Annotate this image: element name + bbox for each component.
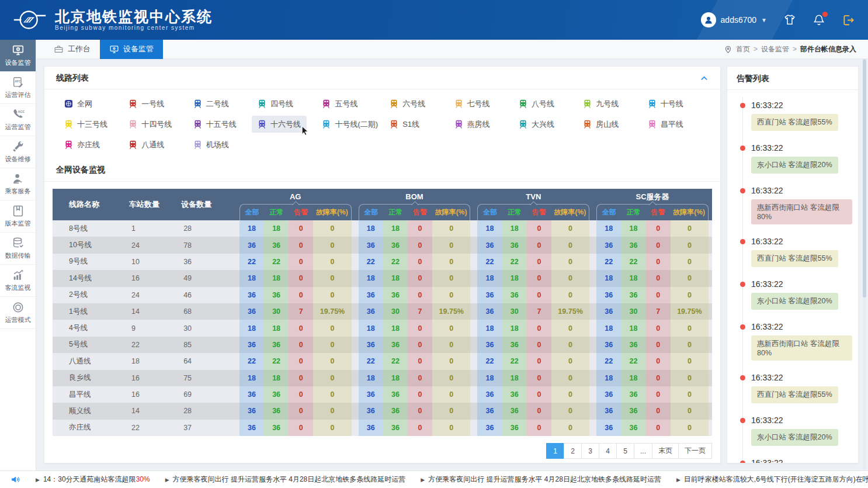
column-header-设备数量: 设备数量 [166, 189, 236, 220]
alarm-time: 16:33:22 [751, 373, 852, 382]
line-button-十六号线[interactable]: 十六号线 [252, 116, 307, 133]
sidebar-item-运营模式[interactable]: 运营模式 [0, 297, 36, 329]
line-label: 六号线 [402, 99, 425, 109]
cell-devices: 46 [166, 287, 236, 303]
alarm-time: 16:33:22 [751, 186, 852, 195]
train-icon [454, 99, 463, 108]
train-icon [648, 120, 657, 129]
alarm-dot-icon [740, 239, 745, 244]
scrollbar-thumb[interactable] [863, 59, 866, 297]
line-button-二号线[interactable]: 二号线 [188, 95, 238, 112]
content-area: 线路列表 全网一号线二号线四号线五号线六号线七号线八号线九号线十号线十三号线十四… [36, 59, 868, 470]
line-button-十号线[interactable]: 十号线 [642, 95, 692, 112]
line-button-一号线[interactable]: 一号线 [123, 95, 173, 112]
page-...[interactable]: ... [634, 443, 652, 459]
table-row-2号线: 2号线2446363600363600363600363600 [53, 287, 712, 303]
train-icon [322, 120, 331, 129]
table-row-亦庄线: 亦庄线2237363600363600363600363600 [53, 420, 712, 436]
sidebar-item-label: 运营监管 [5, 123, 31, 131]
sidebar-item-客流监视[interactable]: 客流监视 [0, 265, 36, 297]
table-row-10号线: 10号线2478363600363600363600363600 [53, 237, 712, 253]
monitor-icon [12, 44, 25, 57]
sidebar-item-乘客服务[interactable]: 乘客服务 [0, 168, 36, 200]
pagination: 12345...末页下一页 [53, 443, 712, 459]
cell-stations: 14 [114, 403, 166, 419]
theme-shirt-icon[interactable] [783, 13, 796, 26]
line-button-九号线[interactable]: 九号线 [577, 95, 627, 112]
sidebar-item-运营评估[interactable]: AFC运营评估 [0, 72, 36, 104]
line-label: 房山线 [596, 119, 619, 130]
sidebar-item-设备监管[interactable]: 设备监管 [0, 40, 36, 72]
page-5[interactable]: 5 [616, 443, 634, 459]
breadcrumb-device[interactable]: 设备监管 [761, 44, 789, 54]
train-icon [258, 120, 266, 129]
sidebar-item-运营监管[interactable]: ACC运营监管 [0, 104, 36, 136]
alarm-list: 16:33:22西直门站 客流超限55%16:33:22东小口站 客流超限20%… [727, 90, 858, 463]
group-header-TVN: TVN全部正常告警故障率(%) [474, 189, 593, 220]
notification-bell-icon[interactable] [813, 13, 825, 26]
app-title: 北京地铁监视中心系统 [55, 9, 213, 25]
page-2[interactable]: 2 [564, 443, 582, 459]
sidebar-item-label: 运营评估 [5, 91, 31, 99]
chevron-down-icon: ▼ [761, 17, 767, 23]
line-button-房山线[interactable]: 房山线 [577, 116, 627, 133]
cell-line-name: 良乡线 [53, 370, 114, 386]
tab-device-monitor[interactable]: 设备监管 [100, 40, 163, 59]
line-button-燕房线[interactable]: 燕房线 [449, 116, 499, 133]
alarm-dot-icon [740, 146, 745, 151]
device-table: 线路名称车站数量设备数量AG全部正常告警故障率(%)BOM全部正常告警故障率(%… [44, 182, 720, 436]
line-button-亦庄线[interactable]: 亦庄线 [58, 136, 109, 153]
wrench-icon [12, 140, 25, 153]
cell-devices: 85 [166, 337, 236, 353]
sidebar-item-数据传输[interactable]: 数据传输 [0, 233, 36, 265]
page-3[interactable]: 3 [581, 443, 599, 459]
line-label: 五号线 [335, 99, 357, 109]
line-button-十五号线[interactable]: 十五号线 [188, 116, 242, 133]
line-button-四号线[interactable]: 四号线 [252, 95, 302, 112]
page-4[interactable]: 4 [599, 443, 617, 459]
line-button-十号线(二期)[interactable]: 十号线(二期) [316, 116, 384, 133]
sidebar-item-设备维修[interactable]: 设备维修 [0, 136, 36, 168]
line-button-八号线[interactable]: 八号线 [513, 95, 563, 112]
line-label: 二号线 [206, 99, 229, 109]
next-page-button[interactable]: 下一页 [678, 443, 712, 459]
line-button-全网[interactable]: 全网 [58, 95, 109, 112]
breadcrumb-current: 部件台帐信息录入 [800, 44, 856, 54]
line-button-八通线[interactable]: 八通线 [123, 136, 173, 153]
train-icon [390, 120, 398, 129]
line-button-S1线[interactable]: S1线 [384, 116, 434, 133]
line-button-机场线[interactable]: 机场线 [188, 136, 238, 153]
alarm-message: 东小口站 客流超限20% [751, 157, 838, 174]
cell-stations: 16 [114, 386, 166, 403]
sidebar-item-版本监管[interactable]: 版本监管 [0, 200, 36, 233]
train-icon [258, 99, 266, 108]
user-menu[interactable]: adds6700 ▼ [701, 12, 767, 27]
last-page-button[interactable]: 末页 [652, 443, 679, 459]
line-button-五号线[interactable]: 五号线 [316, 95, 366, 112]
line-button-昌平线[interactable]: 昌平线 [642, 116, 692, 133]
line-button-七号线[interactable]: 七号线 [449, 95, 499, 112]
logout-icon[interactable] [842, 13, 855, 27]
train-icon [519, 120, 527, 129]
collapse-panel-icon[interactable] [700, 74, 709, 83]
line-button-十三号线[interactable]: 十三号线 [58, 116, 113, 133]
column-header-线路名称: 线路名称 [53, 189, 114, 220]
vertical-scrollbar[interactable] [863, 59, 866, 470]
cell-line-name: 14号线 [53, 270, 114, 286]
breadcrumb-home[interactable]: 首页 [736, 44, 750, 54]
sidebar-item-label: 数据传输 [5, 251, 31, 260]
train-icon [648, 99, 657, 108]
line-button-六号线[interactable]: 六号线 [384, 95, 434, 112]
table-row-顺义线: 顺义线1428363600363600363600363600 [53, 403, 712, 419]
user-avatar [701, 12, 716, 27]
alarm-message: 西直门站 客流超限55% [751, 114, 838, 131]
alarm-time: 16:33:22 [751, 416, 852, 425]
svg-text:AFC: AFC [15, 79, 21, 83]
arrow-icon: ▶ [676, 477, 680, 483]
afc-doc-icon: AFC [12, 76, 25, 89]
tab-workbench[interactable]: 工作台 [44, 40, 100, 59]
line-button-十四号线[interactable]: 十四号线 [123, 116, 178, 133]
page-1[interactable]: 1 [546, 443, 564, 459]
line-button-大兴线[interactable]: 大兴线 [513, 116, 563, 133]
cell-stations: 9 [114, 320, 166, 336]
